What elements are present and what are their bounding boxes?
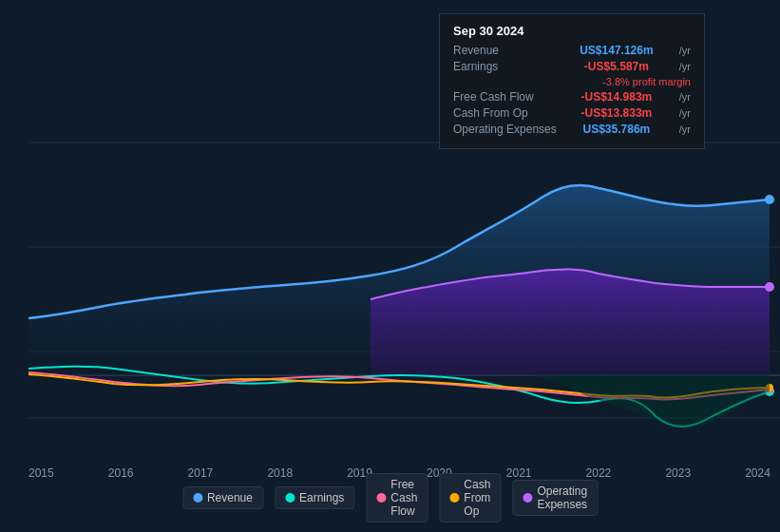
tooltip-cashop-row: Cash From Op -US$13.833m /yr bbox=[453, 106, 691, 120]
tooltip-revenue-row: Revenue US$147.126m /yr bbox=[453, 44, 691, 57]
x-label-2024: 2024 bbox=[745, 466, 770, 480]
chart-container: Sep 30 2024 Revenue US$147.126m /yr Earn… bbox=[0, 0, 780, 532]
x-label-2016: 2016 bbox=[108, 466, 134, 480]
tooltip-revenue-unit: /yr bbox=[679, 45, 691, 56]
svg-point-6 bbox=[765, 195, 774, 204]
legend-opex-label: Operating Expenses bbox=[537, 484, 587, 511]
chart-svg bbox=[0, 133, 780, 475]
legend-fcf-dot bbox=[376, 493, 386, 503]
tooltip-opex-unit: /yr bbox=[679, 124, 691, 135]
legend-revenue-label: Revenue bbox=[207, 491, 253, 504]
legend-revenue-dot bbox=[193, 493, 202, 503]
tooltip-fcf-row: Free Cash Flow -US$14.983m /yr bbox=[453, 90, 691, 104]
tooltip-opex-label: Operating Expenses bbox=[453, 123, 558, 136]
legend: Revenue Earnings Free Cash Flow Cash Fro… bbox=[182, 473, 598, 522]
legend-opex-dot bbox=[523, 493, 532, 503]
tooltip-cashop-value: -US$13.833m bbox=[581, 106, 653, 120]
tooltip-earnings-label: Earnings bbox=[453, 60, 558, 73]
legend-earnings[interactable]: Earnings bbox=[275, 486, 354, 509]
legend-earnings-dot bbox=[285, 493, 295, 503]
tooltip-card: Sep 30 2024 Revenue US$147.126m /yr Earn… bbox=[439, 13, 705, 149]
tooltip-opex-value: US$35.786m bbox=[583, 123, 651, 136]
legend-cashop-dot bbox=[449, 493, 459, 503]
svg-point-7 bbox=[765, 282, 774, 292]
profit-margin-text: -3.8% profit margin bbox=[602, 76, 691, 87]
legend-earnings-label: Earnings bbox=[299, 491, 344, 504]
tooltip-revenue-label: Revenue bbox=[453, 44, 558, 57]
legend-cashop[interactable]: Cash From Op bbox=[439, 473, 501, 522]
legend-opex[interactable]: Operating Expenses bbox=[512, 480, 598, 516]
legend-fcf-label: Free Cash Flow bbox=[390, 478, 417, 518]
legend-fcf[interactable]: Free Cash Flow bbox=[366, 473, 428, 522]
x-label-2023: 2023 bbox=[665, 466, 691, 480]
tooltip-opex-row: Operating Expenses US$35.786m /yr bbox=[453, 123, 691, 136]
tooltip-earnings-unit: /yr bbox=[679, 61, 691, 72]
tooltip-earnings-row: Earnings -US$5.587m /yr bbox=[453, 60, 691, 73]
legend-cashop-label: Cash From Op bbox=[464, 478, 490, 518]
tooltip-cashop-unit: /yr bbox=[679, 107, 691, 119]
tooltip-revenue-value: US$147.126m bbox=[580, 44, 653, 57]
tooltip-fcf-unit: /yr bbox=[679, 91, 691, 103]
tooltip-fcf-value: -US$14.983m bbox=[581, 90, 653, 104]
tooltip-fcf-label: Free Cash Flow bbox=[453, 90, 558, 104]
profit-margin-row: -3.8% profit margin bbox=[453, 76, 691, 87]
tooltip-earnings-value: -US$5.587m bbox=[584, 60, 649, 73]
tooltip-date: Sep 30 2024 bbox=[453, 24, 691, 38]
tooltip-cashop-label: Cash From Op bbox=[453, 106, 558, 120]
legend-revenue[interactable]: Revenue bbox=[182, 486, 263, 509]
x-label-2015: 2015 bbox=[29, 466, 54, 480]
